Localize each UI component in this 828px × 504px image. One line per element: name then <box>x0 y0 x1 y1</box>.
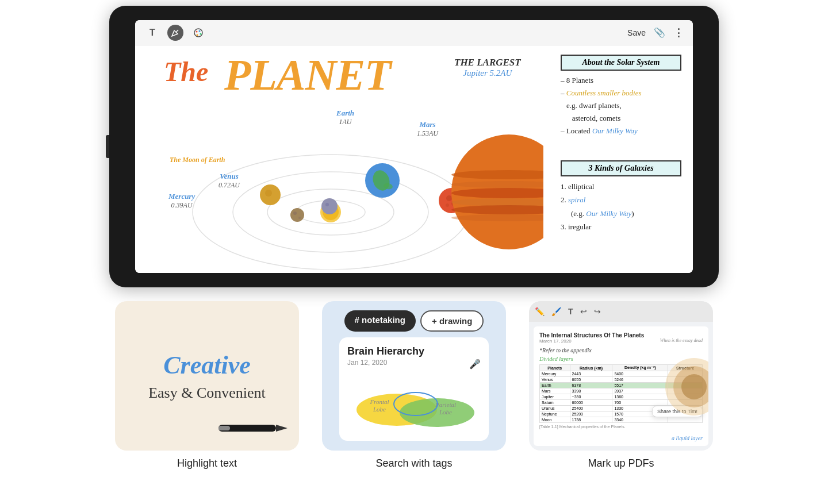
pdf-inner: ✏️ 🖌️ T ↩ ↪ The Internal Structures Of T… <box>529 301 713 451</box>
list-item-smaller: – Countless smaller bodies <box>561 87 681 99</box>
note-card: Brain Hierarchy Jan 12, 2020 🎤 <box>339 337 489 441</box>
drawing-tag[interactable]: + drawing <box>420 310 484 332</box>
pen-tool-icon[interactable] <box>167 25 183 41</box>
svg-point-16 <box>265 190 272 197</box>
pdf-label: Mark up PDFs <box>588 457 654 470</box>
earth-label: Earth 1AU <box>336 109 354 126</box>
tablet-frame: T <box>109 6 719 287</box>
svg-rect-35 <box>218 426 230 430</box>
svg-text:Frontal: Frontal <box>369 398 389 405</box>
col-planets: Planets <box>540 365 570 371</box>
svg-text:Lobe: Lobe <box>373 406 386 413</box>
svg-point-31 <box>321 198 338 214</box>
tags-row: # notetaking + drawing <box>344 310 484 332</box>
pdf-toolbar: ✏️ 🖌️ T ↩ ↪ <box>529 301 713 322</box>
svg-point-13 <box>293 211 297 215</box>
pdf-highlight-icon[interactable]: 🖌️ <box>551 307 561 316</box>
svg-marker-34 <box>276 425 288 432</box>
palette-tool-icon[interactable] <box>190 25 206 41</box>
col-density: Density (kg m⁻³) <box>612 365 668 371</box>
galaxies-box: 3 Kinds of Galaxies 1. elliptical 2. spi… <box>561 160 681 234</box>
svg-point-32 <box>325 203 329 206</box>
search-tags-feature: # notetaking + drawing Brain Hierarchy J… <box>322 301 506 470</box>
pdf-doc-title: The Internal Structures Of The Planets <box>539 332 644 338</box>
more-icon[interactable]: ⋮ <box>673 26 684 39</box>
list-item-planets: – 8 Planets <box>561 74 681 87</box>
toolbar: T <box>135 20 693 45</box>
galaxies-list: 1. elliptical 2. spiral (e.g. Our Milky … <box>561 180 681 234</box>
save-button[interactable]: Save <box>627 28 646 37</box>
venus-label: Venus 0.72AU <box>218 172 240 190</box>
pdf-content: The Internal Structures Of The Planets M… <box>534 326 708 446</box>
planet-content: The PLANET THE LARGEST Jupiter 5.2AU <box>135 45 693 273</box>
galaxy-item-spiral: 2. spiral <box>561 193 681 206</box>
canvas-area: The PLANET THE LARGEST Jupiter 5.2AU <box>135 45 693 273</box>
search-inner: # notetaking + drawing Brain Hierarchy J… <box>322 301 506 451</box>
svg-point-0 <box>194 29 202 37</box>
svg-point-23 <box>446 203 449 207</box>
markup-pdf-feature: ✏️ 🖌️ T ↩ ↪ The Internal Structures Of T… <box>529 301 713 470</box>
list-item-dwarf: e.g. dwarf planets, asteroid, comets <box>561 99 681 125</box>
tablet-side-button <box>106 135 109 158</box>
solar-system-info-box: About the Solar System – 8 Planets – Cou… <box>561 55 681 137</box>
creative-text: Creative <box>163 351 251 380</box>
svg-point-1 <box>196 30 198 32</box>
pdf-annotation-text: When is the essay dead <box>660 338 703 343</box>
pdf-undo-icon[interactable]: ↩ <box>580 307 587 316</box>
easy-text: Easy & Convenient <box>148 384 266 402</box>
pdf-pen-icon[interactable]: ✏️ <box>535 307 545 316</box>
svg-point-14 <box>298 217 301 219</box>
mic-icon[interactable]: 🎤 <box>469 359 481 370</box>
liquid-layer-text: a liquid layer <box>672 435 703 441</box>
highlight-label: Highlight text <box>177 457 237 470</box>
svg-point-12 <box>290 208 304 222</box>
search-label: Search with tags <box>375 457 452 470</box>
mercury-label: Mercury 0.39AU <box>168 192 195 210</box>
attach-icon[interactable]: 📎 <box>654 27 665 38</box>
galaxy-item-elliptical: 1. elliptical <box>561 180 681 193</box>
col-radius: Radius (km) <box>570 365 612 371</box>
highlight-text-feature: Creative Easy & Convenient Highlight tex… <box>115 301 299 470</box>
svg-point-45 <box>681 374 707 399</box>
galaxies-box-title: 3 Kinds of Galaxies <box>561 160 681 176</box>
moon-label: The Moon of Earth <box>170 156 225 164</box>
mars-label: Mars 1.53AU <box>417 120 438 138</box>
toolbar-left: T <box>144 25 206 41</box>
text-tool-icon[interactable]: T <box>144 25 160 41</box>
galaxy-item-spiral-note: (e.g. Our Milky Way) <box>561 207 681 220</box>
svg-point-21 <box>446 195 452 201</box>
svg-point-3 <box>200 33 202 34</box>
solar-system-box-title: About the Solar System <box>561 55 681 71</box>
tablet-section: T <box>0 0 828 287</box>
svg-point-2 <box>199 30 201 32</box>
list-item-milkyway: – Located Our Milky Way <box>561 125 681 137</box>
svg-point-4 <box>197 34 198 36</box>
highlight-card-visual: Creative Easy & Convenient <box>115 301 299 451</box>
tablet-screen: T <box>135 20 693 273</box>
svg-text:Lobe: Lobe <box>439 409 452 415</box>
galaxy-item-irregular: 3. iregular <box>561 220 681 233</box>
solar-system-list: – 8 Planets – Countless smaller bodies e… <box>561 74 681 137</box>
pdf-redo-icon[interactable]: ↪ <box>594 307 601 316</box>
search-card-visual: # notetaking + drawing Brain Hierarchy J… <box>322 301 506 451</box>
highlight-inner: Creative Easy & Convenient <box>115 301 299 451</box>
toolbar-right: Save 📎 ⋮ <box>627 26 684 39</box>
pdf-text-icon[interactable]: T <box>568 307 573 316</box>
cards-section: Creative Easy & Convenient Highlight tex… <box>0 287 828 470</box>
largest-label: THE LARGEST Jupiter 5.2AU <box>454 57 521 78</box>
pdf-card-visual: ✏️ 🖌️ T ↩ ↪ The Internal Structures Of T… <box>529 301 713 451</box>
note-date: Jan 12, 2020 🎤 <box>347 359 481 370</box>
notetaking-tag[interactable]: # notetaking <box>344 310 416 332</box>
brain-diagram: Frontal Lobe Parietal Lobe <box>347 375 481 433</box>
planet-diagram-svg <box>662 344 708 430</box>
stylus-icon <box>218 416 288 442</box>
note-title: Brain Hierarchy <box>347 345 481 357</box>
pdf-doc-date: March 17, 2020 <box>539 338 644 344</box>
brain-svg: Frontal Lobe Parietal Lobe <box>348 378 480 430</box>
